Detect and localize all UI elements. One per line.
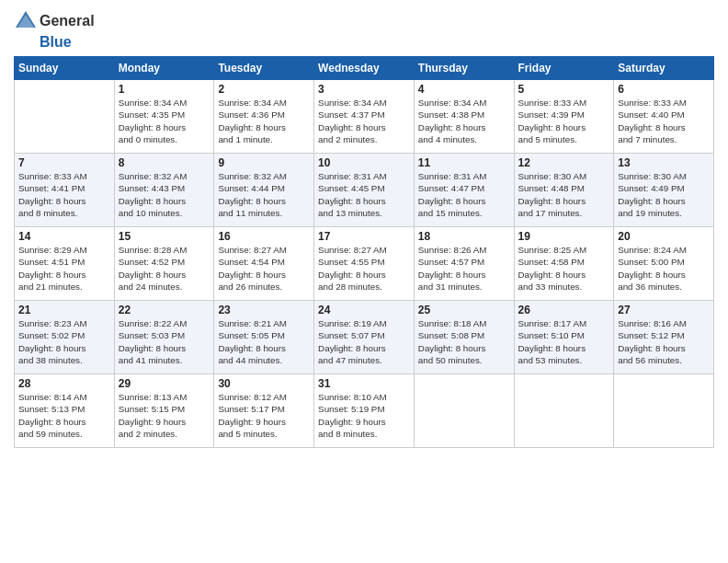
table-cell: 21 Sunrise: 8:23 AMSunset: 5:02 PMDaylig…: [15, 301, 115, 374]
day-number: 6: [618, 83, 710, 96]
page: General Blue Sunday Monday Tuesday Wedne…: [0, 0, 728, 563]
day-number: 12: [518, 156, 610, 169]
day-number: 17: [318, 230, 410, 243]
table-cell: 28 Sunrise: 8:14 AMSunset: 5:13 PMDaylig…: [15, 374, 115, 448]
day-number: 29: [119, 377, 210, 390]
table-cell: 31 Sunrise: 8:10 AMSunset: 5:19 PMDaylig…: [314, 374, 415, 448]
week-row-2: 7 Sunrise: 8:33 AMSunset: 4:41 PMDayligh…: [15, 154, 714, 227]
table-cell: 22 Sunrise: 8:22 AMSunset: 5:03 PMDaylig…: [114, 301, 214, 374]
day-info: Sunrise: 8:10 AMSunset: 5:19 PMDaylight:…: [318, 391, 410, 440]
table-cell: 10 Sunrise: 8:31 AMSunset: 4:45 PMDaylig…: [314, 154, 415, 227]
day-info: Sunrise: 8:22 AMSunset: 5:03 PMDaylight:…: [119, 317, 210, 366]
header-tuesday: Tuesday: [214, 57, 314, 80]
table-cell: 8 Sunrise: 8:32 AMSunset: 4:43 PMDayligh…: [114, 154, 214, 227]
day-number: 26: [518, 304, 610, 316]
day-number: 3: [318, 83, 410, 96]
day-number: 20: [618, 230, 710, 243]
day-number: 2: [218, 83, 310, 96]
table-cell: 12 Sunrise: 8:30 AMSunset: 4:48 PMDaylig…: [514, 154, 614, 227]
day-info: Sunrise: 8:21 AMSunset: 5:05 PMDaylight:…: [218, 317, 310, 366]
day-number: 14: [18, 230, 110, 243]
day-number: 10: [318, 156, 410, 169]
week-row-4: 21 Sunrise: 8:23 AMSunset: 5:02 PMDaylig…: [15, 301, 714, 374]
table-cell: [15, 80, 115, 154]
day-number: 11: [418, 156, 510, 169]
day-number: 25: [418, 304, 510, 316]
day-number: 1: [119, 83, 210, 96]
day-number: 23: [218, 304, 310, 316]
table-cell: 18 Sunrise: 8:26 AMSunset: 4:57 PMDaylig…: [414, 227, 514, 301]
day-number: 21: [18, 304, 110, 316]
day-info: Sunrise: 8:34 AMSunset: 4:36 PMDaylight:…: [218, 97, 310, 145]
day-info: Sunrise: 8:30 AMSunset: 4:49 PMDaylight:…: [618, 170, 710, 219]
table-cell: 16 Sunrise: 8:27 AMSunset: 4:54 PMDaylig…: [214, 227, 314, 301]
table-cell: 14 Sunrise: 8:29 AMSunset: 4:51 PMDaylig…: [15, 227, 115, 301]
day-number: 24: [318, 304, 410, 316]
day-info: Sunrise: 8:31 AMSunset: 4:47 PMDaylight:…: [418, 170, 510, 219]
day-number: 7: [18, 156, 110, 169]
day-info: Sunrise: 8:31 AMSunset: 4:45 PMDaylight:…: [318, 170, 410, 219]
table-cell: 11 Sunrise: 8:31 AMSunset: 4:47 PMDaylig…: [414, 154, 514, 227]
day-number: 19: [518, 230, 610, 243]
day-info: Sunrise: 8:29 AMSunset: 4:51 PMDaylight:…: [18, 244, 110, 293]
table-cell: 17 Sunrise: 8:27 AMSunset: 4:55 PMDaylig…: [314, 227, 415, 301]
logo-blue: Blue: [40, 33, 95, 51]
day-number: 8: [119, 156, 210, 169]
table-cell: 29 Sunrise: 8:13 AMSunset: 5:15 PMDaylig…: [114, 374, 214, 448]
day-number: 4: [418, 83, 510, 96]
table-cell: 2 Sunrise: 8:34 AMSunset: 4:36 PMDayligh…: [214, 80, 314, 154]
day-info: Sunrise: 8:33 AMSunset: 4:40 PMDaylight:…: [618, 97, 710, 145]
day-info: Sunrise: 8:26 AMSunset: 4:57 PMDaylight:…: [418, 244, 510, 293]
header-thursday: Thursday: [414, 57, 514, 80]
week-row-3: 14 Sunrise: 8:29 AMSunset: 4:51 PMDaylig…: [15, 227, 714, 301]
table-cell: 23 Sunrise: 8:21 AMSunset: 5:05 PMDaylig…: [214, 301, 314, 374]
day-number: 13: [618, 156, 710, 169]
week-row-5: 28 Sunrise: 8:14 AMSunset: 5:13 PMDaylig…: [15, 374, 714, 448]
table-cell: 1 Sunrise: 8:34 AMSunset: 4:35 PMDayligh…: [114, 80, 214, 154]
day-info: Sunrise: 8:13 AMSunset: 5:15 PMDaylight:…: [119, 391, 210, 440]
day-info: Sunrise: 8:34 AMSunset: 4:37 PMDaylight:…: [318, 97, 410, 145]
table-cell: 25 Sunrise: 8:18 AMSunset: 5:08 PMDaylig…: [414, 301, 514, 374]
day-number: 28: [18, 377, 110, 390]
table-cell: 4 Sunrise: 8:34 AMSunset: 4:38 PMDayligh…: [414, 80, 514, 154]
day-info: Sunrise: 8:19 AMSunset: 5:07 PMDaylight:…: [318, 317, 410, 366]
table-cell: [414, 374, 514, 448]
day-info: Sunrise: 8:23 AMSunset: 5:02 PMDaylight:…: [18, 317, 110, 366]
day-info: Sunrise: 8:33 AMSunset: 4:41 PMDaylight:…: [18, 170, 110, 219]
day-info: Sunrise: 8:28 AMSunset: 4:52 PMDaylight:…: [119, 244, 210, 293]
day-number: 18: [418, 230, 510, 243]
table-cell: 6 Sunrise: 8:33 AMSunset: 4:40 PMDayligh…: [614, 80, 714, 154]
table-cell: 20 Sunrise: 8:24 AMSunset: 5:00 PMDaylig…: [614, 227, 714, 301]
day-info: Sunrise: 8:27 AMSunset: 4:55 PMDaylight:…: [318, 244, 410, 293]
header-monday: Monday: [114, 57, 214, 80]
table-cell: 24 Sunrise: 8:19 AMSunset: 5:07 PMDaylig…: [314, 301, 415, 374]
day-info: Sunrise: 8:12 AMSunset: 5:17 PMDaylight:…: [218, 391, 310, 440]
table-cell: 7 Sunrise: 8:33 AMSunset: 4:41 PMDayligh…: [15, 154, 115, 227]
day-info: Sunrise: 8:32 AMSunset: 4:43 PMDaylight:…: [119, 170, 210, 219]
day-info: Sunrise: 8:18 AMSunset: 5:08 PMDaylight:…: [418, 317, 510, 366]
weekday-header-row: Sunday Monday Tuesday Wednesday Thursday…: [15, 57, 714, 80]
header: General Blue: [14, 9, 714, 51]
day-info: Sunrise: 8:17 AMSunset: 5:10 PMDaylight:…: [518, 317, 610, 366]
day-number: 27: [618, 304, 710, 316]
table-cell: 5 Sunrise: 8:33 AMSunset: 4:39 PMDayligh…: [514, 80, 614, 154]
day-number: 16: [218, 230, 310, 243]
table-cell: 3 Sunrise: 8:34 AMSunset: 4:37 PMDayligh…: [314, 80, 415, 154]
day-info: Sunrise: 8:30 AMSunset: 4:48 PMDaylight:…: [518, 170, 610, 219]
header-friday: Friday: [514, 57, 614, 80]
header-wednesday: Wednesday: [314, 57, 415, 80]
day-info: Sunrise: 8:16 AMSunset: 5:12 PMDaylight:…: [618, 317, 710, 366]
table-cell: 13 Sunrise: 8:30 AMSunset: 4:49 PMDaylig…: [614, 154, 714, 227]
day-info: Sunrise: 8:24 AMSunset: 5:00 PMDaylight:…: [618, 244, 710, 293]
day-info: Sunrise: 8:33 AMSunset: 4:39 PMDaylight:…: [518, 97, 610, 145]
table-cell: 30 Sunrise: 8:12 AMSunset: 5:17 PMDaylig…: [214, 374, 314, 448]
calendar-table: Sunday Monday Tuesday Wednesday Thursday…: [14, 56, 714, 448]
day-number: 5: [518, 83, 610, 96]
day-info: Sunrise: 8:14 AMSunset: 5:13 PMDaylight:…: [18, 391, 110, 440]
week-row-1: 1 Sunrise: 8:34 AMSunset: 4:35 PMDayligh…: [15, 80, 714, 154]
table-cell: 27 Sunrise: 8:16 AMSunset: 5:12 PMDaylig…: [614, 301, 714, 374]
day-info: Sunrise: 8:34 AMSunset: 4:35 PMDaylight:…: [119, 97, 210, 145]
day-number: 22: [119, 304, 210, 316]
day-info: Sunrise: 8:32 AMSunset: 4:44 PMDaylight:…: [218, 170, 310, 219]
table-cell: 26 Sunrise: 8:17 AMSunset: 5:10 PMDaylig…: [514, 301, 614, 374]
